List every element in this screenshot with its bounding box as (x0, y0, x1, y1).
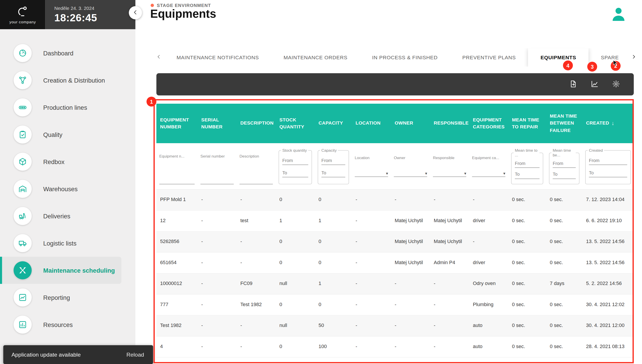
table-row[interactable]: Test 1982--null50---auto0 sec.0 sec.30. … (156, 316, 634, 336)
table-cell: 0 sec. (508, 298, 546, 312)
table-cell: - (352, 319, 391, 332)
back-arrow-icon (132, 9, 138, 16)
filter-label: Mean time be... (552, 148, 576, 157)
tab-in-process-finished[interactable]: IN PROCESS & FINISHED (360, 48, 450, 66)
analytics-button[interactable] (588, 78, 602, 91)
table-cell: - (391, 319, 430, 332)
sidebar-item-warehouses[interactable]: Warehouses (0, 175, 135, 202)
table-cell: 0 (315, 298, 352, 312)
column-header-mean-time-to-repair[interactable]: MEAN TIME TO REPAIR (508, 116, 546, 130)
column-header-equipment-categories[interactable]: EQUIPMENT CATEGORIES (469, 116, 508, 130)
sidebar-item-reporting[interactable]: Reporting (0, 284, 135, 311)
filter-input-serial-number[interactable] (200, 176, 234, 184)
filter-owner: Owner▾ (394, 156, 427, 177)
table-cell: 28. 4. 2021 08:13 (582, 340, 634, 354)
column-header-mean-time-between-failure[interactable]: MEAN TIME BETWEEN FAILURE (546, 113, 582, 134)
table-cell: - (198, 277, 236, 290)
sidebar-item-creation-distribution[interactable]: Creation & Distribution (0, 67, 135, 94)
tab-equipments[interactable]: EQUIPMENTS (528, 48, 588, 66)
table-cell: 5262856 (156, 235, 198, 249)
column-header-equipment-number[interactable]: EQUIPMENT NUMBER (156, 116, 198, 130)
filter-stock-quantity-to[interactable] (282, 169, 308, 177)
user-avatar-button[interactable] (610, 4, 628, 25)
filter-select-equipment-categories[interactable]: ▾ (472, 169, 505, 177)
table-cell: - (198, 235, 236, 249)
filter-mean-time-to-repair-to[interactable] (515, 170, 540, 179)
filter-location: Location▾ (355, 156, 388, 177)
main-content: MAINTENANCE NOTIFICATIONSMAINTENANCE ORD… (135, 29, 642, 364)
sidebar-item-maintenance-scheduling[interactable]: Maintenance scheduling (0, 257, 122, 284)
filter-mean-time-between-failure-from[interactable] (553, 160, 576, 168)
table-cell: Test 1982 (156, 319, 198, 332)
sidebar-item-deliveries[interactable]: Deliveries (0, 202, 135, 230)
filter-responsible: Responsible▾ (433, 156, 466, 177)
filter-mean-time-between-failure-to[interactable] (553, 170, 576, 179)
filter-created-to[interactable] (589, 169, 627, 177)
sidebar-item-redbox[interactable]: Redbox (0, 148, 135, 175)
filter-label: Location (355, 156, 388, 160)
table-cell: - (430, 193, 469, 207)
tabs-scroll-right-button[interactable] (628, 48, 639, 66)
filter-created: Created (585, 148, 631, 184)
filter-label: Serial number (200, 154, 234, 158)
table-row[interactable]: 5262856--00-Matej UchytilMatej Uchytil-0… (156, 232, 634, 252)
filter-capacity-to[interactable] (322, 169, 345, 177)
tab-maintenance-notifications[interactable]: MAINTENANCE NOTIFICATIONS (164, 48, 271, 66)
sidebar-item-logistic-lists[interactable]: Logistic lists (0, 230, 135, 257)
table-row[interactable]: PFP Mold 1--00----0 sec.0 sec.7. 12. 202… (156, 190, 634, 210)
tab-spare[interactable]: SPARE (588, 48, 628, 66)
table-row[interactable]: 10000012-FC09null1---Odry oven0 sec.7 da… (156, 274, 634, 294)
filter-cell-stock-quantity: Stock quantity (276, 143, 315, 189)
filter-capacity-from[interactable] (322, 157, 345, 165)
filter-serial-number: Serial number (200, 148, 234, 184)
update-toast: Application update available Reload (3, 345, 153, 364)
sidebar-item-resources[interactable]: Resources (0, 311, 135, 338)
table-cell: Matej Uchytil (391, 214, 430, 228)
column-header-location[interactable]: LOCATION (352, 120, 391, 127)
table-row[interactable]: 12-test11-Matej UchytilMatej Uchytildriv… (156, 211, 634, 232)
table-cell: 4 (156, 340, 198, 354)
filter-capacity: Capacity (318, 148, 349, 184)
clock-block: Neděle 24. 3. 2024 18:26:45 (45, 0, 135, 29)
filter-select-owner[interactable]: ▾ (394, 169, 427, 177)
sidebar-item-quality[interactable]: Quality (0, 121, 135, 148)
table-cell: Matej Uchytil (430, 214, 469, 228)
table-cell: Admin P4 (430, 256, 469, 270)
filter-select-location[interactable]: ▾ (355, 169, 388, 177)
filter-input-description[interactable] (240, 176, 273, 184)
table-cell: 1 (276, 214, 315, 228)
column-header-capacity[interactable]: CAPACITY (315, 120, 352, 127)
clock: 18:26:45 (54, 12, 135, 24)
table-row[interactable]: 651654--00-Matej UchytilAdmin P4driver0 … (156, 253, 634, 274)
tab-maintenance-orders[interactable]: MAINTENANCE ORDERS (271, 48, 360, 66)
sidebar-item-production-lines[interactable]: Production lines (0, 94, 135, 121)
filter-created-from[interactable] (589, 157, 627, 165)
table-cell: - (469, 193, 508, 207)
filter-mean-time-to-repair-from[interactable] (515, 160, 540, 168)
table-row[interactable]: 4--0100---auto0 sec.0 sec.28. 4. 2021 08… (156, 336, 634, 358)
table-cell: 0 (315, 193, 352, 207)
column-header-description[interactable]: DESCRIPTION (236, 120, 276, 127)
reload-button[interactable]: Reload (124, 351, 146, 358)
table-cell: 5. 2. 2022 14:56 (582, 277, 634, 290)
table-row[interactable]: 777-Test 198200---Plumbing0 sec.0 sec.30… (156, 295, 634, 316)
export-button[interactable] (566, 78, 580, 91)
tab-preventive-plans[interactable]: PREVENTIVE PLANS (450, 48, 528, 66)
column-header-serial-number[interactable]: SERIAL NUMBER (198, 116, 236, 130)
filter-select-responsible[interactable]: ▾ (433, 169, 466, 177)
column-header-owner[interactable]: OWNER (391, 120, 430, 127)
tabs-scroll-left-button[interactable] (154, 48, 164, 66)
back-button[interactable] (129, 6, 142, 19)
filter-stock-quantity-from[interactable] (282, 157, 308, 165)
filter-input-equipment-number[interactable] (159, 176, 194, 184)
column-header-stock-quantity[interactable]: STOCK QUANTITY (276, 116, 315, 130)
table-cell: 0 sec. (546, 319, 582, 332)
filter-cell-mean-time-between-failure: Mean time be... (546, 143, 582, 189)
column-header-responsible[interactable]: RESPONSIBLE (430, 120, 469, 127)
table-cell: - (198, 193, 236, 207)
sidebar-item-dashboard[interactable]: Dashboard (0, 40, 135, 67)
column-header-label: RESPONSIBLE (434, 120, 468, 127)
column-header-created[interactable]: CREATED↓ (582, 120, 634, 128)
settings-button[interactable] (609, 78, 623, 91)
sidebar-item-label: Dashboard (43, 50, 74, 56)
